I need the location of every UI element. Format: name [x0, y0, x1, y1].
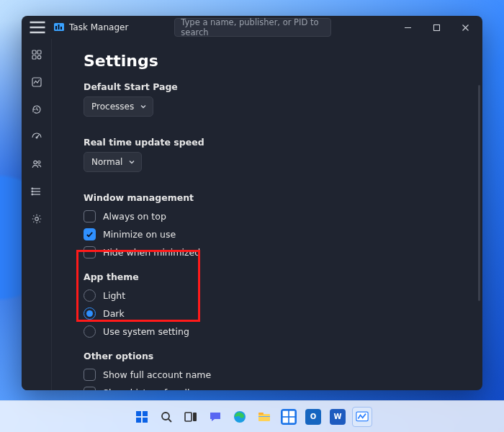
checkbox-icon [84, 228, 96, 240]
dropdown-value: Processes [91, 102, 134, 112]
sidebar-item-details[interactable] [24, 180, 49, 203]
sidebar-item-users[interactable] [24, 153, 49, 176]
checkbox-full-account-name[interactable]: Show full account name [84, 366, 464, 384]
menu-button[interactable] [27, 17, 48, 37]
svg-rect-33 [143, 418, 148, 423]
minimize-button[interactable] [393, 16, 422, 39]
svg-line-35 [168, 419, 171, 422]
scrollbar[interactable] [478, 85, 480, 301]
outlook-icon[interactable]: O [303, 407, 323, 427]
dropdown-value: Normal [91, 157, 122, 167]
svg-rect-5 [58, 24, 60, 30]
svg-rect-6 [60, 27, 62, 30]
radio-icon [84, 289, 96, 302]
svg-rect-44 [283, 417, 289, 423]
svg-point-19 [36, 137, 37, 138]
default-start-page-dropdown[interactable]: Processes [84, 96, 153, 117]
settings-page: Settings Default Start Page Processes Re… [52, 39, 482, 390]
svg-point-27 [32, 194, 33, 195]
radio-label: Light [103, 290, 125, 301]
app-theme-group: App theme Light Dark Use system setting [84, 271, 464, 341]
svg-point-25 [32, 188, 33, 189]
start-button[interactable] [132, 407, 152, 427]
svg-point-21 [37, 161, 40, 163]
svg-rect-11 [32, 50, 36, 54]
checkbox-label: Hide when minimized [103, 247, 200, 258]
other-options-label: Other options [84, 351, 464, 361]
edge-icon[interactable] [230, 407, 250, 427]
other-options-group: Other options Show full account name Sho… [84, 351, 464, 390]
svg-rect-37 [193, 413, 197, 421]
svg-rect-12 [37, 50, 41, 54]
radio-label: Use system setting [103, 326, 189, 337]
chevron-down-icon [140, 103, 147, 110]
checkbox-icon [84, 369, 96, 381]
search-placeholder: Type a name, publisher, or PID to search [181, 17, 325, 37]
svg-point-26 [32, 191, 33, 192]
chevron-down-icon [128, 158, 135, 166]
page-title: Settings [84, 52, 464, 70]
svg-rect-43 [289, 410, 295, 416]
svg-point-14 [37, 55, 41, 59]
svg-rect-13 [32, 55, 36, 59]
checkbox-hide-when-minimized[interactable]: Hide when minimized [84, 243, 464, 261]
explorer-icon[interactable] [254, 407, 274, 427]
svg-rect-32 [136, 418, 141, 423]
radio-light[interactable]: Light [84, 287, 464, 305]
chat-icon[interactable] [205, 407, 225, 427]
window-management-label: Window management [84, 192, 464, 203]
svg-rect-41 [258, 416, 270, 417]
checkbox-icon [84, 387, 96, 390]
store-icon[interactable] [279, 407, 299, 427]
checkbox-minimize-on-use[interactable]: Minimize on use [84, 225, 464, 243]
radio-icon [84, 325, 96, 338]
svg-line-17 [37, 109, 38, 110]
sidebar-item-performance[interactable] [24, 71, 49, 94]
svg-point-34 [162, 413, 169, 420]
titlebar: Task Manager Type a name, publisher, or … [22, 16, 482, 39]
sidebar [22, 39, 52, 390]
app-title: Task Manager [69, 22, 128, 32]
close-button[interactable] [451, 16, 480, 39]
svg-rect-45 [289, 417, 295, 423]
svg-rect-42 [283, 410, 289, 416]
checkbox-icon [84, 210, 96, 222]
checkbox-always-on-top[interactable]: Always on top [84, 207, 464, 225]
checkbox-label: Show history for all processes [103, 387, 238, 390]
window-management-group: Window management Always on top Minimize… [84, 192, 464, 261]
app-icon [53, 22, 65, 33]
svg-rect-4 [55, 26, 57, 30]
radio-icon [84, 307, 96, 320]
checkbox-icon [84, 246, 96, 258]
task-manager-window: Task Manager Type a name, publisher, or … [22, 16, 482, 390]
sidebar-item-services[interactable] [24, 207, 49, 230]
sidebar-item-app-history[interactable] [24, 98, 49, 121]
radio-system[interactable]: Use system setting [84, 323, 464, 341]
svg-rect-30 [136, 411, 141, 416]
window-body: Settings Default Start Page Processes Re… [22, 39, 482, 390]
app-theme-label: App theme [84, 271, 464, 282]
taskview-icon[interactable] [181, 407, 201, 427]
svg-rect-39 [258, 414, 270, 421]
sidebar-item-startup[interactable] [24, 125, 49, 148]
taskbar: O W [0, 400, 504, 432]
checkbox-label: Always on top [103, 211, 166, 222]
svg-point-28 [35, 217, 38, 221]
task-manager-taskbar-icon[interactable] [352, 407, 372, 427]
svg-rect-40 [258, 413, 264, 415]
svg-point-20 [33, 161, 36, 163]
sidebar-item-processes[interactable] [24, 43, 49, 66]
search-icon[interactable] [156, 407, 176, 427]
checkbox-history-all-processes[interactable]: Show history for all processes [84, 384, 464, 390]
update-speed-label: Real time update speed [84, 137, 464, 148]
radio-label: Dark [103, 308, 125, 319]
radio-dark[interactable]: Dark [84, 305, 464, 323]
maximize-button[interactable] [422, 16, 451, 39]
search-input[interactable]: Type a name, publisher, or PID to search [174, 18, 331, 37]
update-speed-dropdown[interactable]: Normal [84, 152, 142, 172]
default-start-page-label: Default Start Page [84, 81, 464, 92]
checkbox-label: Minimize on use [103, 229, 176, 240]
checkbox-label: Show full account name [103, 369, 211, 380]
word-icon[interactable]: W [328, 407, 348, 427]
svg-rect-31 [143, 411, 148, 416]
